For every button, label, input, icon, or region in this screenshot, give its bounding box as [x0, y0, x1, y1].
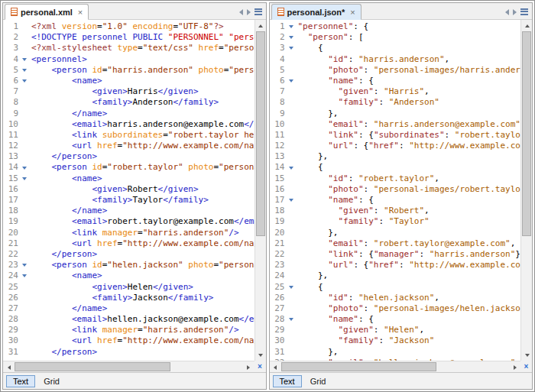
code-line[interactable]: 28 "name": { — [270, 314, 521, 325]
code-line[interactable]: 3<?xml-stylesheet type="text/css" href="… — [3, 43, 255, 53]
code-line[interactable]: 1<?xml version="1.0" encoding="UTF-8"?> — [3, 21, 255, 32]
code-line[interactable]: 16 "photo": "personal-images/robert.tayl… — [270, 184, 521, 195]
scroll-tabs-right-icon[interactable] — [247, 9, 251, 15]
code-line[interactable]: 21 <url href="http://www.example.com/na/… — [3, 238, 255, 249]
vertical-scrollbar[interactable] — [255, 20, 266, 361]
code-editor[interactable]: 1"personnel": {2 "person": [3 {4 "id": "… — [270, 20, 533, 372]
code-line[interactable]: 4<personnel> — [3, 54, 255, 65]
code-line[interactable]: 3 { — [270, 43, 521, 53]
close-split-icon[interactable]: × — [520, 361, 532, 372]
close-split-icon[interactable]: × — [255, 361, 266, 372]
code-line[interactable]: 17 <family>Taylor</family> — [3, 195, 255, 206]
fold-toggle-icon[interactable] — [287, 76, 296, 86]
code-line[interactable]: 15 <name> — [3, 173, 255, 184]
code-line[interactable]: 29 "given": "Helen", — [270, 325, 521, 335]
code-line[interactable]: 22 </person> — [3, 249, 255, 260]
fold-toggle-icon[interactable] — [287, 282, 296, 293]
code-line[interactable]: 4 "id": "harris.anderson", — [270, 54, 521, 65]
scroll-right-icon[interactable] — [509, 361, 520, 372]
code-line[interactable]: 2 "person": [ — [270, 32, 521, 43]
scroll-up-icon[interactable] — [255, 20, 266, 31]
code-line[interactable]: 5 <person id="harris.anderson" photo="pe… — [3, 65, 255, 76]
code-line[interactable]: 9 </name> — [3, 109, 255, 119]
code-line[interactable]: 13 </person> — [3, 151, 255, 162]
fold-toggle-icon[interactable] — [287, 43, 296, 53]
fold-toggle-icon[interactable] — [20, 54, 29, 65]
code-line[interactable]: 22 "link": {"manager": "harris.anderson"… — [270, 249, 521, 260]
scroll-tabs-left-icon[interactable] — [239, 9, 243, 15]
code-line[interactable]: 26 <family>Jackson</family> — [3, 293, 255, 303]
fold-toggle-icon[interactable] — [20, 65, 29, 76]
tab-list-icon[interactable] — [520, 8, 528, 15]
code-line[interactable]: 6 <name> — [3, 76, 255, 86]
code-line[interactable]: 14 <person id="robert.taylor" photo="per… — [3, 162, 255, 173]
vertical-scroll-thumb[interactable] — [256, 31, 265, 236]
text-mode-button[interactable]: Text — [6, 375, 35, 387]
scroll-up-icon[interactable] — [521, 20, 532, 31]
code-line[interactable]: 6 "name": { — [270, 76, 521, 86]
fold-toggle-icon[interactable] — [20, 76, 29, 86]
scroll-left-icon[interactable] — [270, 361, 281, 372]
fold-toggle-icon[interactable] — [20, 173, 29, 184]
code-line[interactable]: 7 "given": "Harris", — [270, 86, 521, 97]
code-line[interactable]: 9 }, — [270, 109, 521, 119]
code-line[interactable]: 12 "url": {"href": "http://www.example.c… — [270, 141, 521, 151]
tab-personal-json[interactable]: personal.json* × — [271, 4, 362, 20]
scroll-tabs-right-icon[interactable] — [513, 9, 517, 15]
text-mode-button[interactable]: Text — [273, 375, 302, 387]
code-line[interactable]: 20 }, — [270, 228, 521, 238]
fold-toggle-icon[interactable] — [287, 21, 296, 32]
tab-personal-xml[interactable]: personal.xml × — [5, 4, 89, 20]
horizontal-scrollbar[interactable] — [3, 361, 255, 372]
code-line[interactable]: 24 }, — [270, 271, 521, 281]
tab-close-icon[interactable]: × — [350, 8, 355, 16]
code-line[interactable]: 31 </person> — [3, 347, 255, 358]
code-line[interactable]: 2<!DOCTYPE personnel PUBLIC "PERSONNEL" … — [3, 32, 255, 43]
code-line[interactable]: 30 "family": "Jackson" — [270, 335, 521, 346]
code-line[interactable]: 24 <name> — [3, 271, 255, 281]
fold-toggle-icon[interactable] — [287, 32, 296, 43]
code-line[interactable]: 18 "given": "Robert", — [270, 206, 521, 216]
code-line[interactable]: 25 <given>Helen</given> — [3, 282, 255, 293]
code-line[interactable]: 27 </name> — [3, 303, 255, 314]
code-line[interactable]: 30 <url href="http://www.example.com/na/… — [3, 335, 255, 346]
code-line[interactable]: 11 <link subordinates="robert.taylor hel… — [3, 130, 255, 141]
code-line[interactable]: 10 <email>harris.anderson@example.com</e… — [3, 119, 255, 130]
fold-toggle-icon[interactable] — [287, 314, 296, 325]
code-line[interactable]: 19 "family": "Taylor" — [270, 216, 521, 227]
code-line[interactable]: 1"personnel": { — [270, 21, 521, 32]
code-line[interactable]: 29 <link manager="harris.anderson"/> — [3, 325, 255, 335]
code-line[interactable]: 10 "email": "harris.anderson@example.com… — [270, 119, 521, 130]
code-viewport[interactable]: 1"personnel": {2 "person": [3 {4 "id": "… — [270, 20, 521, 361]
horizontal-scroll-thumb[interactable] — [15, 362, 170, 371]
code-line[interactable]: 12 <url href="http://www.example.com/na/… — [3, 141, 255, 151]
tab-list-icon[interactable] — [255, 8, 262, 15]
code-line[interactable]: 28 <email>hellen.jackson@example.com</em… — [3, 314, 255, 325]
horizontal-scrollbar[interactable] — [270, 361, 521, 372]
horizontal-scroll-thumb[interactable] — [281, 362, 437, 371]
scroll-right-icon[interactable] — [243, 361, 255, 372]
code-line[interactable]: 11 "link": {"subordinates": "robert.tayl… — [270, 130, 521, 141]
code-line[interactable]: 27 "photo": "personal-images/helen.jacks… — [270, 303, 521, 314]
vertical-scroll-thumb[interactable] — [522, 31, 531, 236]
tab-close-icon[interactable]: × — [78, 8, 83, 16]
code-line[interactable]: 17 "name": { — [270, 195, 521, 206]
fold-toggle-icon[interactable] — [20, 271, 29, 281]
code-line[interactable]: 14 { — [270, 162, 521, 173]
code-line[interactable]: 23 <person id="helen.jackson" photo="per… — [3, 260, 255, 271]
code-line[interactable]: 7 <given>Harris</given> — [3, 86, 255, 97]
code-line[interactable]: 13 }, — [270, 151, 521, 162]
code-line[interactable]: 20 <link manager="harris.anderson"/> — [3, 228, 255, 238]
code-line[interactable]: 15 "id": "robert.taylor", — [270, 173, 521, 184]
code-viewport[interactable]: 1<?xml version="1.0" encoding="UTF-8"?>2… — [3, 20, 255, 361]
fold-toggle-icon[interactable] — [287, 195, 296, 206]
code-line[interactable]: 26 "id": "helen.jackson", — [270, 293, 521, 303]
scroll-left-icon[interactable] — [3, 361, 15, 372]
grid-mode-button[interactable]: Grid — [37, 376, 66, 387]
scroll-down-icon[interactable] — [255, 349, 266, 361]
fold-toggle-icon[interactable] — [20, 260, 29, 271]
fold-toggle-icon[interactable] — [287, 162, 296, 173]
code-line[interactable]: 21 "email": "robert.taylor@example.com", — [270, 238, 521, 249]
code-line[interactable]: 23 "url": {"href": "http://www.example.c… — [270, 260, 521, 271]
fold-toggle-icon[interactable] — [20, 162, 29, 173]
